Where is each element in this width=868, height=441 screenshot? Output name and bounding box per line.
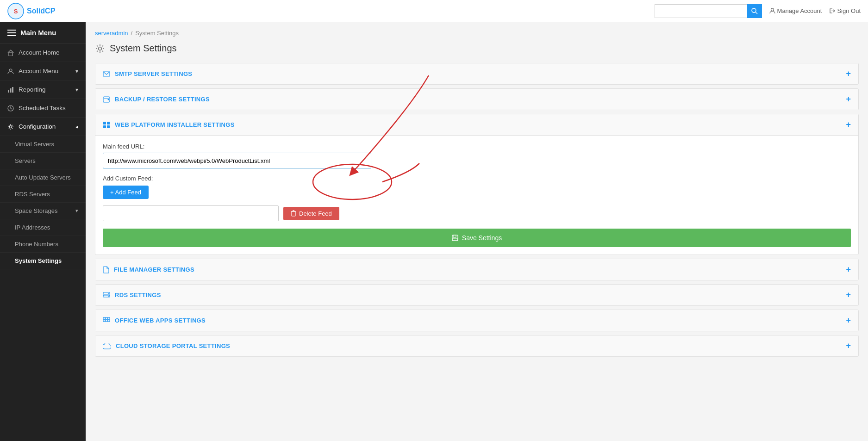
svg-rect-29 <box>453 238 457 241</box>
logo[interactable]: S SolidCP <box>7 3 55 19</box>
svg-rect-36 <box>108 317 110 319</box>
cloudstorage-title: CLOUD STORAGE PORTAL SETTINGS <box>103 342 230 349</box>
manage-account-link[interactable]: Manage Account <box>769 7 822 14</box>
webpi-expand-icon: + <box>846 120 851 130</box>
config-icon <box>7 124 14 130</box>
svg-rect-7 <box>7 35 16 36</box>
sidebar-sub-item-system-settings[interactable]: System Settings <box>0 253 86 269</box>
rds-title: RDS SETTINGS <box>103 292 161 298</box>
smtp-title: SMTP SERVER SETTINGS <box>103 70 192 77</box>
filemanager-expand-icon: + <box>846 265 851 274</box>
smtp-accordion: SMTP SERVER SETTINGS + <box>95 63 859 85</box>
svg-rect-22 <box>103 125 106 128</box>
sidebar-sub-item-virtual-servers[interactable]: Virtual Servers <box>0 136 86 153</box>
backup-title: BACKUP / RESTORE SETTINGS <box>103 96 210 103</box>
backup-accordion-header[interactable]: BACKUP / RESTORE SETTINGS + <box>95 89 858 110</box>
sidebar-item-scheduled-tasks[interactable]: Scheduled Tasks <box>0 99 86 118</box>
filemanager-title: FILE MANAGER SETTINGS <box>103 266 194 273</box>
sidebar-sub-item-ip-addresses[interactable]: IP Addresses <box>0 219 86 236</box>
sidebar-sub-item-phone-numbers[interactable]: Phone Numbers <box>0 236 86 253</box>
svg-line-3 <box>756 12 757 14</box>
svg-rect-20 <box>103 122 106 124</box>
file-icon <box>103 266 109 273</box>
svg-point-15 <box>99 47 102 50</box>
svg-point-4 <box>771 8 774 11</box>
svg-rect-38 <box>106 320 107 322</box>
search-button[interactable] <box>747 4 762 18</box>
settings-gear-icon <box>95 43 105 54</box>
sidebar-sub-item-rds-servers[interactable]: RDS Servers <box>0 186 86 203</box>
breadcrumb-current: System Settings <box>135 30 179 37</box>
svg-point-9 <box>9 69 12 72</box>
main-menu-header: Main Menu <box>0 22 86 43</box>
add-custom-feed-label: Add Custom Feed: <box>103 175 851 182</box>
officewebapps-expand-icon: + <box>846 316 851 325</box>
grid-icon <box>103 317 110 324</box>
logo-text: SolidCP <box>27 7 55 15</box>
delete-feed-button[interactable]: Delete Feed <box>283 207 339 220</box>
sidebar-item-account-home[interactable]: Account Home <box>0 43 86 62</box>
webpi-accordion-body: Main feed URL: Add Custom Feed: + Add Fe… <box>95 135 858 255</box>
svg-rect-25 <box>292 211 295 216</box>
search-icon <box>751 8 758 14</box>
svg-rect-35 <box>106 317 107 319</box>
svg-rect-23 <box>107 125 110 128</box>
svg-rect-39 <box>108 320 110 322</box>
sidebar-sub-item-space-storages[interactable]: Space Storages ▾ <box>0 203 86 219</box>
main-content: serveradmin / System Settings System Set… <box>86 22 868 441</box>
backup-accordion: BACKUP / RESTORE SETTINGS + <box>95 88 859 110</box>
custom-feed-input[interactable] <box>103 205 279 221</box>
svg-rect-5 <box>7 30 16 31</box>
breadcrumb-separator: / <box>131 30 133 37</box>
filemanager-accordion-header[interactable]: FILE MANAGER SETTINGS + <box>95 259 858 280</box>
backup-expand-icon: + <box>846 94 851 104</box>
webpi-accordion: WEB PLATFORM INSTALLER SETTINGS + <box>95 114 859 255</box>
hdd-icon <box>103 96 110 103</box>
search-input[interactable] <box>655 4 747 18</box>
svg-point-33 <box>108 296 109 297</box>
breadcrumb-serveradmin[interactable]: serveradmin <box>95 30 128 37</box>
sidebar-sub-item-servers[interactable]: Servers <box>0 153 86 169</box>
rds-expand-icon: + <box>846 290 851 300</box>
svg-rect-6 <box>7 32 16 33</box>
sidebar: Main Menu Account Home Account Menu ▾ Re… <box>0 22 86 441</box>
main-feed-label: Main feed URL: <box>103 143 851 150</box>
svg-point-2 <box>752 8 756 12</box>
trash-icon <box>291 210 296 217</box>
space-storages-chevron: ▾ <box>75 208 78 214</box>
sign-out-link[interactable]: Sign Out <box>829 7 861 14</box>
cloudstorage-expand-icon: + <box>846 341 851 351</box>
bar-chart-icon <box>7 87 14 93</box>
svg-rect-10 <box>8 90 9 93</box>
webpi-accordion-header[interactable]: WEB PLATFORM INSTALLER SETTINGS + <box>95 114 858 135</box>
save-settings-button[interactable]: Save Settings <box>103 229 851 247</box>
svg-text:S: S <box>14 8 18 15</box>
rds-accordion-header[interactable]: RDS SETTINGS + <box>95 285 858 305</box>
sidebar-item-reporting[interactable]: Reporting ▾ <box>0 81 86 99</box>
sidebar-sub-item-auto-update-servers[interactable]: Auto Update Servers <box>0 169 86 186</box>
officewebapps-accordion-header[interactable]: OFFICE WEB APPS SETTINGS + <box>95 310 858 331</box>
account-menu-chevron: ▾ <box>75 68 78 75</box>
add-feed-button[interactable]: + Add Feed <box>103 186 149 199</box>
svg-rect-28 <box>453 235 456 237</box>
smtp-accordion-header[interactable]: SMTP SERVER SETTINGS + <box>95 63 858 84</box>
search-box <box>655 4 762 18</box>
home-icon <box>7 50 14 56</box>
svg-rect-8 <box>9 53 12 56</box>
sidebar-item-account-menu[interactable]: Account Menu ▾ <box>0 62 86 81</box>
rds-accordion: RDS SETTINGS + <box>95 284 859 306</box>
smtp-expand-icon: + <box>846 69 851 79</box>
save-icon <box>452 235 458 241</box>
cloudstorage-accordion-header[interactable]: CLOUD STORAGE PORTAL SETTINGS + <box>95 335 858 356</box>
signout-icon <box>829 8 835 14</box>
windows-icon <box>103 121 110 129</box>
main-feed-input[interactable] <box>103 153 371 168</box>
main-feed-group: Main feed URL: <box>103 143 851 168</box>
page-header: System Settings <box>95 43 859 54</box>
user-circle-icon <box>7 68 14 75</box>
config-chevron: ◂ <box>75 124 78 130</box>
server-icon <box>103 292 110 298</box>
sidebar-item-configuration[interactable]: Configuration ◂ <box>0 118 86 136</box>
add-custom-feed-group: Add Custom Feed: + Add Feed <box>103 175 851 199</box>
svg-rect-12 <box>12 87 13 93</box>
